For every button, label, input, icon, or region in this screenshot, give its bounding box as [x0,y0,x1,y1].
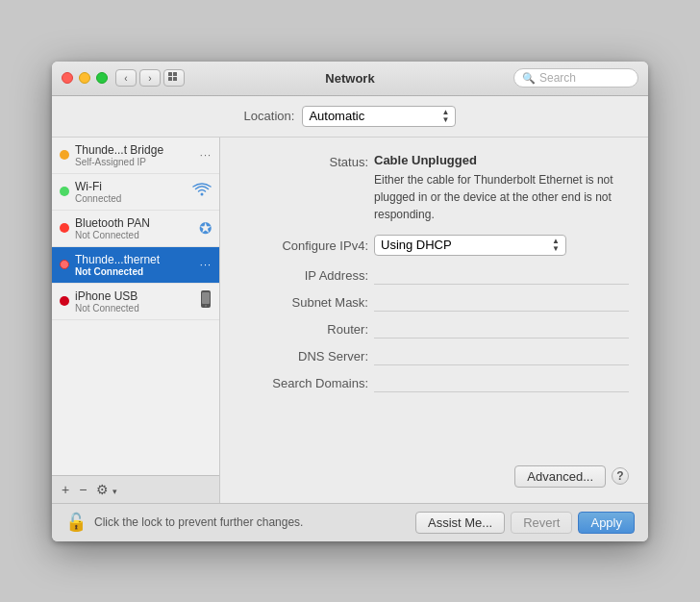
location-value: Automatic [309,109,364,123]
svg-point-4 [201,193,204,196]
network-item-bluetooth[interactable]: Bluetooth PAN Not Connected ✪ [52,211,219,247]
add-network-button[interactable]: + [58,480,73,499]
status-value-container: Cable Unplugged Either the cable for Thu… [374,153,629,223]
traffic-lights [62,72,108,84]
advanced-button[interactable]: Advanced... [514,465,606,488]
window-title: Network [325,71,374,86]
lock-icon[interactable]: 🔓 [65,512,87,533]
search-domains-label: Search Domains: [239,374,374,390]
network-name: Bluetooth PAN [75,216,199,230]
lock-text: Click the lock to prevent further change… [94,515,408,529]
status-dot-red [60,223,69,233]
search-placeholder: Search [539,71,576,85]
remove-network-button[interactable]: − [75,480,90,499]
options-icon: ··· [200,149,212,161]
search-domains-row: Search Domains: [239,373,629,392]
network-name: Wi-Fi [75,180,192,193]
right-panel: Status: Cable Unplugged Either the cable… [220,138,648,503]
revert-button[interactable]: Revert [511,512,572,534]
network-name: iPhone USB [75,289,200,303]
network-name: Thunde...t Bridge [75,143,200,157]
main-content: Thunde...t Bridge Self-Assigned IP ··· W… [52,138,648,503]
network-info: Thunde...thernet Not Connected [75,253,200,277]
router-label: Router: [239,320,374,337]
status-dot-red-dark [60,296,69,306]
network-status: Self-Assigned IP [75,157,200,167]
network-status: Connected [75,193,192,204]
assist-me-button[interactable]: Assist Me... [415,512,505,534]
configure-value: Using DHCP [381,238,452,252]
subnet-mask-row: Subnet Mask: [239,292,629,312]
advanced-row: Advanced... ? [239,465,629,488]
maximize-button[interactable] [96,72,108,84]
configure-label: Configure IPv4: [239,237,374,253]
subnet-mask-label: Subnet Mask: [239,293,374,310]
help-button[interactable]: ? [612,467,629,485]
configure-select[interactable]: Using DHCP ▲ ▼ [374,235,566,256]
bottom-buttons: Assist Me... Revert Apply [415,512,635,534]
dropdown-arrow-icon: ▾ [112,487,117,496]
network-status: Not Connected [75,230,199,240]
status-row: Status: Cable Unplugged Either the cable… [239,153,629,223]
status-dot-red [60,260,69,269]
network-item-thunderbolt-bridge[interactable]: Thunde...t Bridge Self-Assigned IP ··· [52,138,219,174]
settings-button[interactable]: ⚙ ▾ [92,480,121,499]
configure-ipv4-row: Configure IPv4: Using DHCP ▲ ▼ [239,235,629,256]
nav-buttons: ‹ › [115,69,161,87]
back-button[interactable]: ‹ [115,69,137,87]
network-item-thunderbolt-ethernet[interactable]: Thunde...thernet Not Connected ··· [52,247,219,284]
ip-address-value [374,265,629,285]
network-name: Thunde...thernet [75,253,200,266]
network-info: Wi-Fi Connected [75,180,192,204]
configure-arrow-icon: ▲ ▼ [552,238,560,253]
bottom-bar: 🔓 Click the lock to prevent further chan… [52,503,648,541]
grid-button[interactable] [163,69,185,87]
network-item-iphone-usb[interactable]: iPhone USB Not Connected [52,284,219,320]
search-icon: 🔍 [522,72,536,85]
svg-rect-6 [202,292,210,304]
network-status: Not Connected [75,303,200,314]
ip-address-label: IP Address: [239,266,374,283]
location-label: Location: [244,109,295,123]
location-arrow-icon: ▲ ▼ [441,109,449,124]
network-sidebar: Thunde...t Bridge Self-Assigned IP ··· W… [52,138,220,503]
bluetooth-icon: ✪ [199,219,212,238]
dns-server-row: DNS Server: [239,346,629,365]
location-select[interactable]: Automatic ▲ ▼ [302,106,456,127]
title-bar: ‹ › Network 🔍 Search [52,62,648,96]
subnet-mask-value [374,292,629,312]
svg-rect-3 [173,77,177,81]
network-window: ‹ › Network 🔍 Search Location: Automatic… [52,62,648,541]
apply-button[interactable]: Apply [578,512,635,534]
router-row: Router: [239,319,629,339]
status-dot-green [60,187,69,196]
gear-icon: ⚙ [96,482,109,497]
network-item-wifi[interactable]: Wi-Fi Connected [52,174,219,211]
svg-point-7 [205,305,207,307]
network-list: Thunde...t Bridge Self-Assigned IP ··· W… [52,138,219,475]
status-value: Cable Unplugged [374,153,477,167]
network-info: iPhone USB Not Connected [75,289,200,314]
options-icon: ··· [200,259,212,270]
network-status: Not Connected [75,266,200,277]
location-bar: Location: Automatic ▲ ▼ [52,96,648,138]
status-label: Status: [239,153,374,169]
forward-button[interactable]: › [139,69,161,87]
svg-rect-2 [168,77,172,81]
network-info: Thunde...t Bridge Self-Assigned IP [75,143,200,167]
wifi-icon [192,182,212,201]
router-value [374,319,629,339]
dns-server-value [374,346,629,365]
ip-address-row: IP Address: [239,265,629,285]
phone-icon [200,290,212,312]
sidebar-toolbar: + − ⚙ ▾ [52,475,219,503]
search-bar[interactable]: 🔍 Search [513,68,638,88]
close-button[interactable] [62,72,73,84]
svg-rect-0 [168,72,172,76]
dns-server-label: DNS Server: [239,347,374,364]
search-domains-value [374,373,629,392]
minimize-button[interactable] [79,72,90,84]
status-description: Either the cable for Thunderbolt Etherne… [374,171,629,223]
status-dot-yellow [60,150,69,160]
network-info: Bluetooth PAN Not Connected [75,216,199,240]
